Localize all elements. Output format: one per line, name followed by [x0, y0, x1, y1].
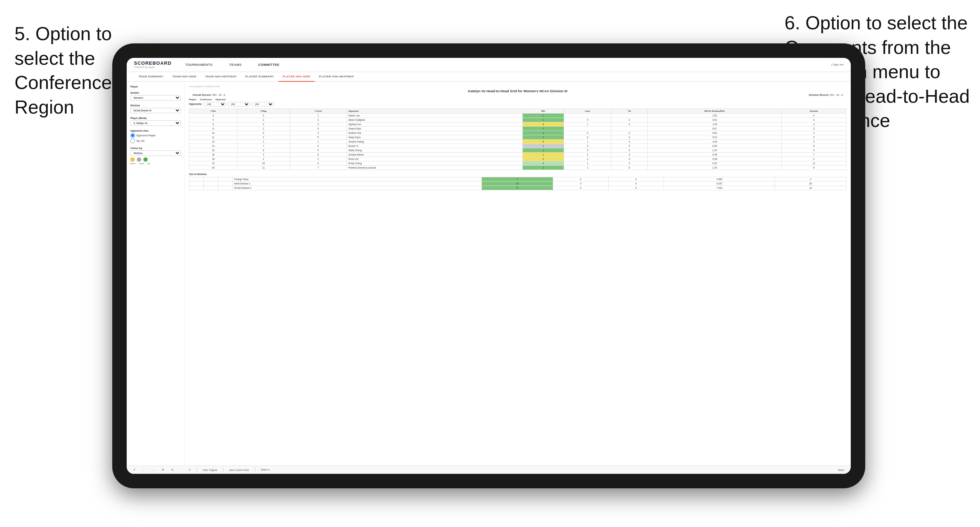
sub-nav-team-h2h-heatmap[interactable]: TEAM H2H HEATMAP — [201, 72, 241, 82]
sidebar-player-section: Player — [130, 85, 181, 88]
radio-top100[interactable]: Top 100 — [130, 138, 181, 143]
dot-down — [130, 157, 135, 162]
tablet-screen: SCOREBOARD Powered by clippd TOURNAMENTS… — [127, 58, 851, 474]
sidebar-opponent-radio: Opponents Played Top 100 — [130, 133, 181, 143]
table-row: 9 1 4 Sharon Mun 1 3.67 3 — [189, 126, 846, 130]
toolbar-view-original[interactable]: View: Original — [200, 468, 220, 472]
sidebar-gender-section: Gender Women's — [130, 92, 181, 100]
th-opponent: Opponent — [347, 108, 523, 113]
th-tie: Tie — [611, 108, 648, 113]
radio-opponents-played[interactable]: Opponents Played — [130, 133, 181, 138]
sidebar-gender-label: Gender — [130, 92, 181, 94]
top-nav: SCOREBOARD Powered by clippd TOURNAMENTS… — [127, 58, 851, 72]
overall-record-label: Overall Record: — [192, 94, 212, 96]
bottom-toolbar: ↺ ← → ⊞ ⊕ · ⊙ View: Original Save Custom… — [127, 465, 851, 474]
table-row: 19 10 6 Emily Chang 4 1 0 0.30 11 — [189, 161, 846, 165]
nav-tournaments[interactable]: TOURNAMENTS — [183, 62, 215, 68]
sidebar-player-label: Player — [130, 85, 181, 88]
main-content: Player Gender Women's Division NCAA Divi… — [127, 82, 851, 465]
colour-dots — [130, 157, 181, 162]
sidebar-division-label: Division — [130, 104, 181, 107]
table-row: NAIA Division 1 15 0 0 9.267 30 — [189, 181, 846, 186]
sub-nav-player-summary[interactable]: PLAYER SUMMARY — [241, 72, 278, 82]
filter-section: Region Conference Opponent Opponents: (A… — [189, 98, 846, 106]
toolbar-dot[interactable]: · — [178, 468, 183, 472]
toolbar-sep2 — [223, 467, 223, 472]
toolbar-grid[interactable]: ⊞ — [160, 468, 166, 472]
sidebar-opponent-view-label: Opponent view — [130, 130, 181, 132]
table-header-row: # Div # Reg # Conf Opponent Win Loss Tie… — [189, 108, 846, 113]
toolbar-forward[interactable]: → — [150, 468, 157, 472]
out-of-division-header: Out of division — [189, 173, 846, 175]
sub-nav-team-h2h-grid[interactable]: TEAM H2H GRID — [168, 72, 201, 82]
table-row: 14 7 4 Eunice Yi 2 2 0 0.38 9 — [189, 144, 846, 148]
sidebar-colour-by-select[interactable]: Win/loss — [130, 151, 181, 156]
table-row: 5 2 2 Alexis Sudijanto 1 0 0 4.00 3 — [189, 117, 846, 122]
table-row: NCAA Division 2 5 0 0 7.400 10 — [189, 186, 846, 190]
sign-out-button[interactable]: | Sign out — [831, 63, 843, 66]
opponents-label: Opponents: — [189, 103, 202, 105]
table-row: 16 3 6 Jessica Mason 1 2 0 -0.94 7 — [189, 152, 846, 157]
table-row: 15 8 5 Stella Cheng 1 0 0 1.25 4 — [189, 148, 846, 152]
filter-group-opponent: Opponent — [215, 98, 226, 100]
right-panel: Last Updated: 27/03/2024 14:54 Katelyn V… — [185, 82, 851, 465]
sidebar-division-section: Division NCAA Division III — [130, 104, 181, 113]
toolbar-circle[interactable]: ⊙ — [186, 468, 193, 472]
toolbar-watch[interactable]: Watch ▾ — [259, 468, 272, 472]
logo-text: SCOREBOARD — [134, 61, 172, 66]
sidebar-colour-by-section: Colour by Win/loss Down Level Up — [130, 147, 181, 165]
conference-select[interactable]: (All) — [228, 102, 250, 106]
logo-sub-text: Powered by clippd — [134, 66, 172, 69]
record-row: Overall Record: 353 - 34 - 6 Division Re… — [189, 94, 846, 96]
logo: SCOREBOARD Powered by clippd — [134, 61, 172, 69]
overall-record-value: 353 - 34 - 6 — [212, 94, 225, 96]
sub-nav-team-summary[interactable]: TEAM SUMMARY — [134, 72, 168, 82]
opponent-filter-label: Opponent — [215, 98, 226, 100]
filter-group-conference: Conference — [200, 98, 212, 100]
nav-teams[interactable]: TEAMS — [226, 62, 244, 68]
th-loss: Loss — [564, 108, 611, 113]
sidebar-gender-select[interactable]: Women's — [130, 95, 181, 100]
toolbar-back[interactable]: ← — [140, 468, 147, 472]
toolbar-add[interactable]: ⊕ — [169, 468, 176, 472]
filter-row: Region Conference Opponent — [189, 98, 846, 100]
sidebar-colour-by-label: Colour by — [130, 147, 181, 149]
conference-filter-label: Conference — [200, 98, 212, 100]
nav-committee[interactable]: COMMITTEE — [255, 62, 282, 68]
toolbar-save-custom[interactable]: Save Custom View — [227, 468, 251, 472]
toolbar-sep — [197, 467, 197, 472]
table-row: 20 11 7 Federica Domecq Lacroze 2 1 0 1.… — [189, 165, 846, 170]
table-row: 3 3 1 Esther Lee 1 1.50 4 — [189, 113, 846, 117]
region-select[interactable]: (All) — [204, 102, 226, 106]
table-row: 11 2 5 Heejo Hyun 1 0 0 3.33 3 — [189, 135, 846, 139]
sidebar: Player Gender Women's Division NCAA Divi… — [127, 82, 185, 465]
toolbar-share[interactable]: Share — [836, 468, 846, 472]
filter-sub-row: Opponents: (All) (All) (All) — [189, 102, 846, 106]
table-row: 18 2 2 Euna Lee 0 2 0 -5.00 2 — [189, 157, 846, 161]
last-updated: Last Updated: 27/03/2024 14:54 — [189, 85, 846, 87]
division-record-label: Division Record: — [809, 94, 829, 96]
opponent-select[interactable]: (All) — [252, 102, 274, 106]
h2h-table: # Div # Reg # Conf Opponent Win Loss Tie… — [189, 108, 846, 170]
tablet-device: SCOREBOARD Powered by clippd TOURNAMENTS… — [112, 43, 865, 488]
table-row: 10 6 3 Andrea York 2 0 0 4.00 4 — [189, 130, 846, 135]
sub-nav-player-h2h-grid[interactable]: PLAYER H2H GRID — [278, 72, 315, 82]
table-row: 13 1 1 Jessica Huang 0 1 0 -3.00 2 — [189, 139, 846, 144]
table-row: 6 3 3 Sydney Kuo 0 1 0 -1.00 3 — [189, 122, 846, 126]
sidebar-division-select[interactable]: NCAA Division III — [130, 108, 181, 113]
sub-nav-player-h2h-heatmap[interactable]: PLAYER H2H HEATMAP — [315, 72, 358, 82]
sidebar-player-rank-select[interactable]: 8. Katelyn Vo — [130, 121, 181, 126]
out-of-division-table: Foreign Team 1 0 0 4.500 2 NAIA Division… — [189, 177, 846, 190]
sidebar-player-rank-label: Player (Rank) — [130, 117, 181, 119]
th-reg: # Reg — [237, 108, 290, 113]
panel-title: Katelyn Vo Head-to-Head Grid for Women's… — [189, 89, 846, 93]
filter-group-region: Region — [189, 98, 196, 100]
toolbar-sep3 — [255, 467, 255, 472]
colour-labels: Down Level Up — [130, 162, 181, 165]
sub-nav: TEAM SUMMARY TEAM H2H GRID TEAM H2H HEAT… — [127, 72, 851, 82]
division-record-value: 331 - 34 - 6 — [830, 94, 843, 96]
toolbar-undo[interactable]: ↺ — [131, 468, 138, 472]
sidebar-opponent-view-section: Opponent view Opponents Played Top 100 — [130, 130, 181, 143]
th-diff: Diff Av Strokes/Rnd — [648, 108, 782, 113]
dot-up — [143, 157, 148, 162]
